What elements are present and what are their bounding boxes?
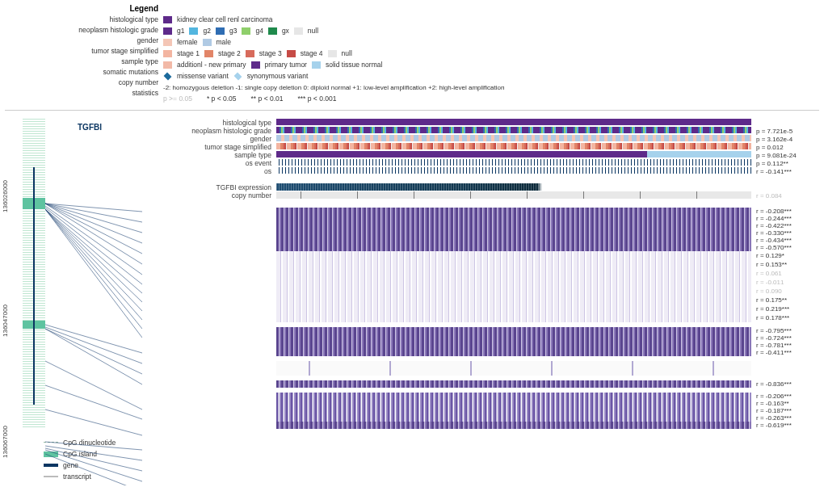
legend-row-label: copy number (5, 78, 158, 88)
track-stat: r = -0.724*** (751, 334, 819, 342)
track-label (142, 313, 276, 322)
track-heatmap (276, 269, 751, 278)
track-heatmap (276, 229, 751, 237)
legend-values-col: kidney clear cell renl carcinoma g1g2g3g… (163, 3, 819, 105)
track-label (142, 342, 276, 349)
axis-tick: 136067000 (2, 426, 9, 458)
probe-link-lines: TGFBI (45, 119, 142, 429)
track-stat: r = -0.836*** (751, 380, 819, 388)
track-heatmap (276, 407, 751, 414)
track-stat: r = -0.263*** (751, 414, 819, 422)
track-label: sample type (142, 151, 276, 159)
track-stat: r = -0.187*** (751, 407, 819, 414)
track-heatmap (276, 208, 751, 215)
track-row: r = -0.208*** (142, 208, 819, 215)
track-label (142, 269, 276, 278)
track-row: os r = -0.141*** (142, 167, 819, 175)
track-heatmap (276, 287, 751, 296)
axis-tick: 136026000 (2, 180, 9, 212)
track-label (142, 251, 276, 260)
track-row: gender p = 3.162e-4 (142, 135, 819, 143)
legend-row-label: neoplasm histologic grade (5, 25, 158, 36)
track-heatmap (276, 119, 751, 125)
track-row: r = 0.153** (142, 260, 819, 269)
track-stat: r = -0.411*** (751, 349, 819, 356)
track-heatmap (276, 159, 751, 166)
track-label (142, 222, 276, 229)
track-row: r = -0.781*** (142, 342, 819, 349)
track-row: r = 0.129* (142, 251, 819, 260)
link-svg (45, 119, 142, 485)
track-label (142, 393, 276, 400)
track-row: r = -0.795*** (142, 327, 819, 334)
track-label (142, 327, 276, 334)
methylation-tracks: r = -0.208*** r = -0.244*** r = -0.422**… (142, 208, 819, 429)
track-stat: r = 0.219*** (751, 304, 819, 313)
track-heatmap (276, 296, 751, 304)
track-heatmap (276, 380, 751, 388)
track-row: r = 0.178*** (142, 313, 819, 322)
track-heatmap (276, 304, 751, 313)
legend-row-label: histological type (5, 15, 158, 25)
expression-tracks: TGFBI expression copy number r = 0.084 (142, 183, 819, 200)
track-label (142, 407, 276, 414)
track-row: tumor stage simplified p = 0.012 (142, 143, 819, 151)
track-stat: r = -0.330*** (751, 229, 819, 237)
track-heatmap (276, 278, 751, 287)
track-legend-item: CpG dinucleotide (44, 437, 819, 448)
track-row: r = -0.411*** (142, 349, 819, 356)
track-stat: r = -0.208*** (751, 208, 819, 215)
track-stat: r = -0.434*** (751, 237, 819, 244)
copy-number-text: -2: homozygous deletion -1: single copy … (163, 82, 504, 93)
plot-column: histological type neoplasm histologic gr… (142, 119, 819, 429)
track-stat: r = -0.570*** (751, 244, 819, 251)
track-row: r = 0.061 (142, 269, 819, 278)
track-label (142, 237, 276, 244)
track-heatmap (276, 191, 751, 199)
track-label (142, 229, 276, 237)
track-stat: r = -0.795*** (751, 327, 819, 334)
track-heatmap (276, 151, 751, 158)
track-stat: p = 7.721e-5 (751, 127, 819, 135)
track-legend: CpG dinucleotide CpG island gene transcr… (44, 437, 819, 482)
track-heatmap (276, 342, 751, 349)
track-stat: p = 0.112** (751, 159, 819, 167)
track-heatmap (276, 183, 751, 191)
track-heatmap (276, 215, 751, 222)
track-row: r = -0.434*** (142, 237, 819, 244)
track-heatmap (276, 222, 751, 229)
track-heatmap (276, 135, 751, 141)
track-stat (751, 119, 819, 127)
track-stat: r = -0.206*** (751, 393, 819, 400)
track-row: TGFBI expression (142, 183, 819, 191)
track-label: histological type (142, 119, 276, 127)
track-stat: r = -0.011 (751, 278, 819, 287)
track-stat: p = 9.081e-24 (751, 151, 819, 159)
track-label (142, 422, 276, 429)
cpg-island (23, 321, 45, 329)
track-label (142, 296, 276, 304)
track-heatmap (276, 237, 751, 244)
legend-row-values: femalemale (163, 37, 819, 48)
track-label (142, 287, 276, 296)
track-stat: r = 0.061 (751, 269, 819, 278)
track-row: r = -0.570*** (142, 244, 819, 251)
track-row: r = 0.175** (142, 296, 819, 304)
track-label (142, 278, 276, 287)
track-stat (751, 368, 819, 376)
track-stat: r = 0.175** (751, 296, 819, 304)
track-label (142, 368, 276, 376)
track-row: r = -0.163** (142, 400, 819, 407)
track-heatmap (276, 127, 751, 133)
legend-row-label: sample type (5, 57, 158, 67)
track-label (142, 400, 276, 407)
track-label: os (142, 167, 276, 175)
track-stat: p = 3.162e-4 (751, 135, 819, 143)
section-divider (5, 110, 819, 111)
track-legend-item: gene (44, 460, 819, 471)
track-stat (751, 361, 819, 368)
track-label (142, 349, 276, 356)
track-label: os event (142, 159, 276, 167)
track-row: r = -0.330*** (142, 229, 819, 237)
track-row: histological type (142, 119, 819, 127)
